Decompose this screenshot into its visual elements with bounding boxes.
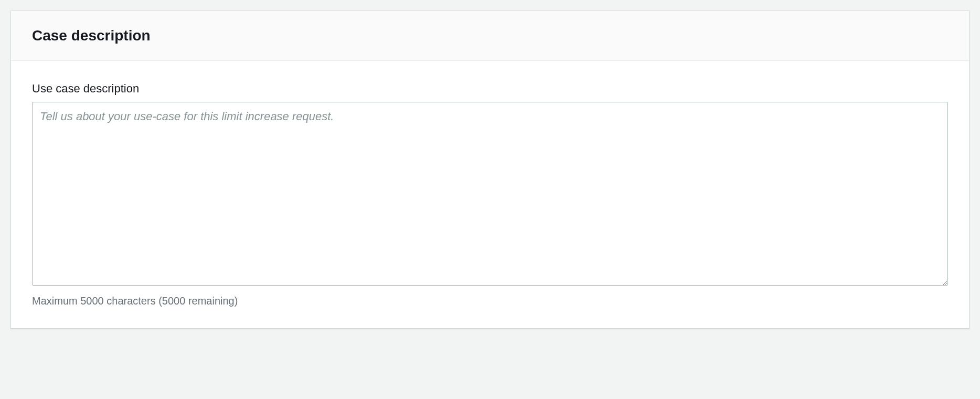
use-case-label: Use case description [32,82,948,96]
use-case-textarea[interactable] [32,102,948,286]
panel-body: Use case description Maximum 5000 charac… [11,61,969,328]
panel-title: Case description [32,27,948,45]
character-count-help: Maximum 5000 characters (5000 remaining) [32,295,948,307]
case-description-panel: Case description Use case description Ma… [10,10,970,329]
panel-header: Case description [11,11,969,61]
